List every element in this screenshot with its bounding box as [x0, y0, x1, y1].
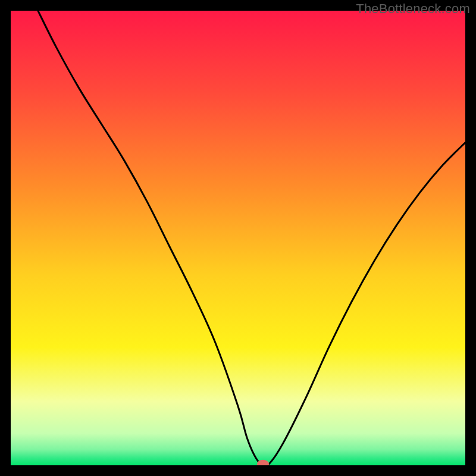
chart-stage: TheBottleneck.com	[0, 0, 476, 476]
chart-svg	[11, 11, 465, 465]
watermark-text: TheBottleneck.com	[356, 1, 470, 17]
chart-background	[11, 11, 465, 465]
